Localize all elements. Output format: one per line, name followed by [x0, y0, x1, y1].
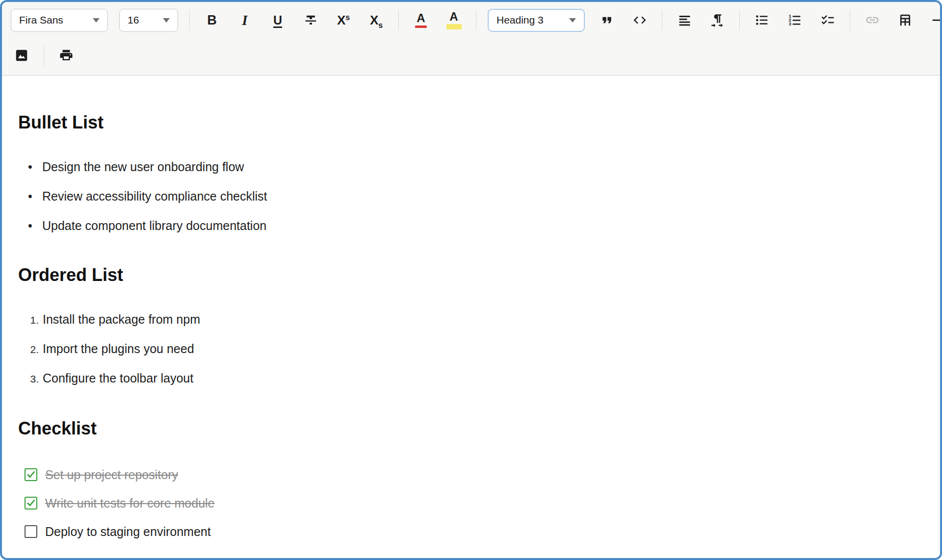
chevron-down-icon: [163, 18, 170, 23]
highlight-color-button[interactable]: A: [443, 9, 465, 31]
toolbar-divider: [662, 10, 662, 30]
toolbar-divider: [398, 10, 399, 30]
blockquote-icon: [600, 13, 614, 27]
toolbar-divider: [739, 10, 740, 30]
checklist-item-label: Set up project repository: [45, 466, 178, 483]
editor-toolbar: Fira Sans 16 B I U Xs: [2, 2, 940, 76]
checkbox-unchecked-icon[interactable]: [25, 525, 37, 538]
ordered-list: 1. Install the package from npm 2. Impor…: [18, 311, 920, 387]
list-item: 1. Install the package from npm: [18, 311, 920, 329]
list-item-number: 3.: [18, 371, 39, 387]
bold-icon: B: [207, 14, 217, 27]
toolbar-divider: [44, 45, 44, 66]
toolbar-row-1: Fira Sans 16 B I U Xs: [11, 2, 931, 36]
strikethrough-icon: [304, 13, 318, 27]
checklist: Set up project repository Write unit tes…: [18, 466, 920, 540]
bold-button[interactable]: B: [201, 9, 223, 31]
blockquote-button[interactable]: [596, 9, 618, 31]
link-button[interactable]: [862, 9, 883, 31]
font-size-select[interactable]: 16: [119, 9, 178, 32]
italic-button[interactable]: I: [234, 9, 256, 31]
list-item: Update component library documentation: [18, 217, 920, 234]
list-item: Review accessibility compliance checklis…: [18, 188, 920, 204]
link-icon: [865, 13, 880, 27]
section-heading-checklist: Checklist: [18, 418, 920, 439]
list-item: 2. Import the plugins you need: [18, 340, 920, 358]
align-left-button[interactable]: [674, 9, 695, 31]
checklist-item-label: Deploy to staging environment: [45, 523, 211, 540]
svg-text:3: 3: [789, 22, 791, 26]
ordered-list-button[interactable]: 123: [784, 9, 806, 31]
underline-button[interactable]: U: [267, 9, 288, 31]
font-family-value: Fira Sans: [19, 14, 63, 26]
checklist-icon: [820, 13, 835, 27]
subscript-button[interactable]: Xs: [366, 9, 387, 31]
bullet-list-icon: [755, 13, 769, 27]
section-heading-bullet-list: Bullet List: [18, 112, 920, 133]
checkbox-checked-icon[interactable]: [25, 497, 37, 509]
list-item-number: 1.: [18, 312, 39, 329]
chevron-down-icon: [569, 18, 576, 23]
font-size-value: 16: [128, 14, 139, 26]
chevron-down-icon: [93, 18, 100, 23]
bullet-list: Design the new user onboarding flow Revi…: [18, 158, 920, 234]
print-icon: [59, 48, 74, 63]
section-heading-ordered-list: Ordered List: [18, 264, 920, 285]
code-button[interactable]: [629, 9, 651, 31]
checklist-item-label: Write unit tests for core module: [45, 495, 215, 511]
heading-style-value: Heading 3: [497, 14, 544, 26]
text-direction-button[interactable]: [706, 9, 728, 31]
text-color-icon: A: [415, 12, 427, 28]
table-button[interactable]: [894, 9, 916, 31]
toolbar-divider: [850, 10, 850, 30]
italic-icon: I: [242, 13, 247, 27]
bullet-list-button[interactable]: [751, 9, 773, 31]
list-item-text: Import the plugins you need: [43, 340, 194, 357]
align-left-icon: [678, 13, 692, 27]
checklist-item: Deploy to staging environment: [18, 523, 920, 540]
underline-icon: U: [273, 14, 282, 26]
toolbar-divider: [189, 10, 190, 30]
toolbar-divider: [476, 10, 476, 30]
toolbar-row-2: [11, 36, 931, 74]
rich-text-editor: Fira Sans 16 B I U Xs: [0, 0, 942, 560]
insert-image-button[interactable]: [11, 45, 32, 66]
print-button[interactable]: [55, 45, 77, 66]
editor-content[interactable]: Bullet List Design the new user onboardi…: [2, 76, 940, 540]
horizontal-rule-button[interactable]: [927, 9, 942, 31]
subscript-icon: Xs: [370, 14, 383, 26]
strikethrough-button[interactable]: [300, 9, 321, 31]
code-icon: [632, 13, 647, 27]
list-item-number: 2.: [18, 341, 39, 358]
heading-style-select[interactable]: Heading 3: [488, 9, 585, 32]
list-item-text: Install the package from npm: [43, 311, 200, 328]
table-icon: [898, 13, 913, 27]
text-color-button[interactable]: A: [410, 9, 432, 31]
list-item: Design the new user onboarding flow: [18, 158, 920, 175]
superscript-button[interactable]: Xs: [333, 9, 354, 31]
checklist-item: Write unit tests for core module: [18, 495, 920, 511]
checklist-button[interactable]: [817, 9, 838, 31]
horizontal-rule-icon: [931, 13, 942, 27]
checklist-item: Set up project repository: [18, 466, 920, 483]
list-item-text: Configure the toolbar layout: [43, 370, 193, 386]
checkbox-checked-icon[interactable]: [25, 468, 37, 481]
ordered-list-icon: 123: [787, 13, 802, 27]
text-direction-icon: [710, 13, 725, 27]
list-item: 3. Configure the toolbar layout: [18, 370, 920, 387]
image-icon: [14, 48, 29, 63]
highlight-icon: A: [446, 11, 462, 29]
font-family-select[interactable]: Fira Sans: [11, 9, 108, 32]
superscript-icon: Xs: [337, 14, 350, 26]
